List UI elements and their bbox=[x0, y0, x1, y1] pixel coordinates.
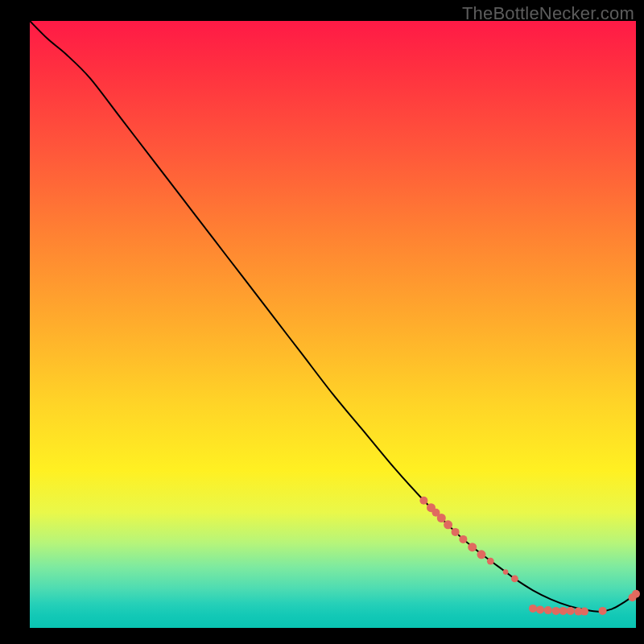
data-marker bbox=[503, 569, 509, 575]
data-marker bbox=[487, 558, 494, 565]
data-marker bbox=[437, 514, 446, 522]
data-marker bbox=[632, 590, 640, 598]
data-marker bbox=[580, 608, 588, 616]
data-marker bbox=[459, 535, 467, 543]
watermark-text: TheBottleNecker.com bbox=[462, 3, 634, 24]
data-marker bbox=[529, 605, 537, 613]
curve-layer bbox=[30, 21, 636, 628]
chart-stage: TheBottleNecker.com bbox=[0, 0, 644, 644]
data-marker bbox=[544, 606, 552, 614]
data-marker bbox=[536, 605, 544, 613]
bottleneck-curve bbox=[30, 21, 636, 612]
data-marker bbox=[559, 607, 568, 615]
data-marker bbox=[468, 543, 477, 551]
data-marker bbox=[477, 550, 486, 559]
plot-area bbox=[30, 21, 636, 628]
data-marker bbox=[567, 607, 575, 615]
data-marker bbox=[552, 607, 560, 615]
curve-markers bbox=[419, 497, 640, 616]
data-marker bbox=[452, 528, 460, 536]
data-marker bbox=[419, 497, 427, 505]
data-marker bbox=[444, 520, 452, 529]
data-marker bbox=[511, 576, 518, 583]
data-marker bbox=[599, 607, 607, 615]
